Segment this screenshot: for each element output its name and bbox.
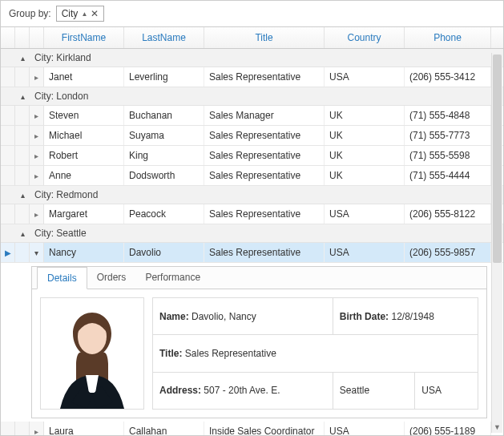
cell-country: UK [325, 166, 405, 185]
group-label: City: Seattle [30, 224, 503, 242]
group-chip-city[interactable]: City ▲ ✕ [56, 6, 105, 22]
cell-firstname: Janet [44, 67, 124, 87]
cell-firstname: Michael [44, 126, 124, 145]
cell-lastname: Dodsworth [124, 166, 204, 185]
detail-info-table: Name: Davolio, NancyBirth Date: 12/8/194… [152, 297, 478, 410]
row-expand-toggle[interactable] [30, 422, 44, 436]
row-indicator [1, 67, 15, 87]
group-by-label: Group by: [9, 8, 51, 19]
detail-city: Seattle [333, 372, 415, 409]
row-indicator [1, 146, 15, 165]
employee-photo [40, 297, 144, 410]
cell-lastname: Suyama [124, 126, 204, 145]
detail-country: USA [415, 372, 478, 409]
detail-name: Name: Davolio, Nancy [153, 298, 333, 335]
cell-lastname: Leverling [124, 67, 204, 87]
grid-body: City: KirklandJanetLeverlingSales Repres… [1, 49, 503, 436]
vertical-scrollbar[interactable]: ▲ ▼ [491, 53, 502, 433]
cell-phone: (206) 555-3412 [405, 67, 491, 87]
cell-title: Sales Manager [204, 106, 325, 125]
cell-phone: (206) 555-1189 [405, 422, 491, 436]
group-expand-toggle[interactable] [15, 87, 30, 105]
row-expand-toggle[interactable] [30, 243, 44, 262]
cell-phone: (71) 555-4848 [405, 106, 491, 125]
group-expand-header [15, 27, 30, 48]
table-row[interactable]: ▶NancyDavolioSales RepresentativeUSA(206… [1, 243, 503, 263]
cell-title: Sales Representative [204, 166, 325, 185]
cell-phone: (71) 555-4444 [405, 166, 491, 185]
group-label: City: Kirkland [30, 49, 503, 67]
group-row[interactable]: City: Kirkland [1, 49, 503, 67]
scroll-down-button[interactable]: ▼ [492, 422, 502, 433]
tab-orders[interactable]: Orders [87, 267, 136, 289]
cell-phone: (71) 555-5598 [405, 146, 491, 165]
group-expand-toggle[interactable] [15, 186, 30, 204]
tab-performance[interactable]: Performance [135, 267, 210, 289]
cell-firstname: Robert [44, 146, 124, 165]
table-row[interactable]: MargaretPeacockSales RepresentativeUSA(2… [1, 204, 503, 224]
close-icon[interactable]: ✕ [91, 9, 99, 18]
cell-phone: (206) 555-8122 [405, 204, 491, 224]
cell-country: UK [325, 146, 405, 165]
row-indicator [1, 204, 15, 224]
table-row[interactable]: AnneDodsworthSales RepresentativeUK(71) … [1, 166, 503, 186]
detail-address: Address: 507 - 20th Ave. E. [153, 372, 333, 409]
row-expand-toggle[interactable] [30, 204, 44, 224]
column-header-row: FirstName LastName Title Country Phone [1, 27, 503, 49]
group-chip-text: City [62, 8, 79, 19]
cell-title: Inside Sales Coordinator [204, 422, 325, 436]
group-expand-toggle[interactable] [15, 224, 30, 242]
cell-firstname: Anne [44, 166, 124, 185]
row-detail-panel: DetailsOrdersPerformanceName: Davolio, N… [31, 266, 487, 418]
row-indicator: ▶ [1, 243, 15, 262]
table-row[interactable]: JanetLeverlingSales RepresentativeUSA(20… [1, 67, 503, 87]
cell-country: USA [325, 422, 405, 436]
cell-lastname: King [124, 146, 204, 165]
table-row[interactable]: RobertKingSales RepresentativeUK(71) 555… [1, 146, 503, 166]
row-expand-toggle[interactable] [30, 67, 44, 87]
col-country[interactable]: Country [325, 27, 405, 48]
cell-country: UK [325, 126, 405, 145]
row-expand-toggle[interactable] [30, 106, 44, 125]
cell-lastname: Callahan [124, 422, 204, 436]
row-expand-toggle[interactable] [30, 166, 44, 185]
group-by-panel: Group by: City ▲ ✕ [1, 1, 503, 26]
detail-tabs: DetailsOrdersPerformance [32, 267, 486, 289]
cell-title: Sales Representative [204, 204, 325, 224]
col-title[interactable]: Title [204, 27, 325, 48]
group-expand-toggle[interactable] [15, 49, 30, 67]
cell-title: Sales Representative [204, 126, 325, 145]
cell-firstname: Laura [44, 422, 124, 436]
cell-lastname: Buchanan [124, 106, 204, 125]
col-firstname[interactable]: FirstName [44, 27, 124, 48]
row-expand-toggle[interactable] [30, 126, 44, 145]
sort-asc-icon: ▲ [81, 10, 87, 18]
group-row[interactable]: City: Seattle [1, 224, 503, 243]
row-indicator [1, 126, 15, 145]
table-row[interactable]: StevenBuchananSales ManagerUK(71) 555-48… [1, 106, 503, 126]
row-indicator-header [1, 27, 15, 48]
group-label: City: Redmond [30, 186, 503, 204]
cell-firstname: Steven [44, 106, 124, 125]
detail-birthdate: Birth Date: 12/8/1948 [333, 298, 478, 335]
cell-title: Sales Representative [204, 67, 325, 87]
row-expand-toggle[interactable] [30, 146, 44, 165]
scroll-thumb[interactable] [493, 54, 502, 263]
group-row[interactable]: City: London [1, 87, 503, 106]
table-row[interactable]: LauraCallahanInside Sales CoordinatorUSA… [1, 422, 503, 436]
data-grid: FirstName LastName Title Country Phone C… [1, 26, 503, 436]
row-indicator [1, 106, 15, 125]
row-indicator [1, 166, 15, 185]
cell-title: Sales Representative [204, 243, 325, 262]
col-lastname[interactable]: LastName [124, 27, 204, 48]
table-row[interactable]: MichaelSuyamaSales RepresentativeUK(71) … [1, 126, 503, 146]
col-phone[interactable]: Phone [405, 27, 491, 48]
group-label: City: London [30, 87, 503, 105]
group-row[interactable]: City: Redmond [1, 186, 503, 204]
row-expand-header [30, 27, 44, 48]
detail-title: Title: Sales Representative [153, 335, 478, 372]
tab-details[interactable]: Details [37, 267, 87, 289]
cell-title: Sales Representative [204, 146, 325, 165]
cell-lastname: Davolio [124, 243, 204, 262]
cell-country: USA [325, 67, 405, 87]
